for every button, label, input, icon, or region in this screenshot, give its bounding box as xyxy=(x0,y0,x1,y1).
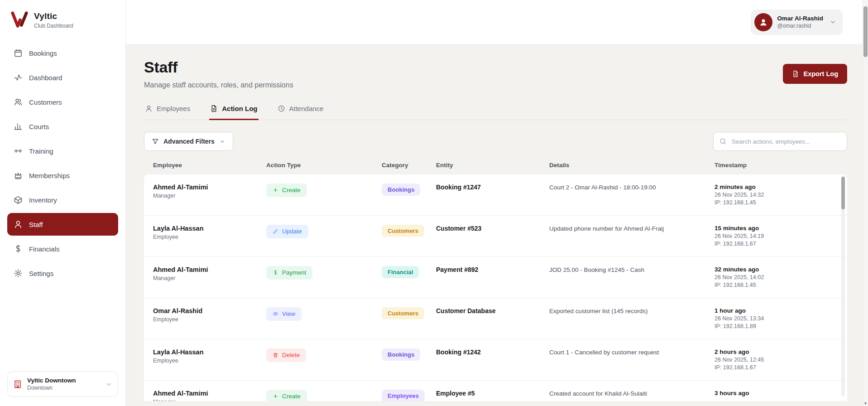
chevron-down-icon xyxy=(219,138,225,145)
table-scrollbar-thumb[interactable] xyxy=(841,177,845,209)
bar-chart-icon xyxy=(14,122,23,131)
table-header: EmployeeAction TypeCategoryEntityDetails… xyxy=(144,162,847,174)
export-log-button[interactable]: Export Log xyxy=(783,64,847,84)
location-name: Vyltic Downtown xyxy=(27,377,76,384)
window-scrollbar[interactable]: ▼ xyxy=(863,0,868,406)
sidebar-item-label: Financials xyxy=(29,245,60,253)
sidebar-item-dashboard[interactable]: Dashboard xyxy=(7,66,118,89)
column-header: Timestamp xyxy=(715,162,834,169)
users-icon xyxy=(14,97,23,106)
clock-icon xyxy=(278,105,285,112)
details-cell: Court 2 - Omar Al-Rashid - 18:00-19:00 xyxy=(549,174,715,215)
action-type-badge: Create xyxy=(266,184,307,197)
plus-icon xyxy=(273,393,278,399)
brand-tagline: Club Dashboard xyxy=(34,23,73,29)
table-row: Layla Al-HassanEmployeeUpdateCustomersCu… xyxy=(144,216,847,257)
sidebar-item-bookings[interactable]: Bookings xyxy=(7,42,118,64)
employee-role: Manager xyxy=(153,193,259,199)
tab-employees[interactable]: Employees xyxy=(144,100,191,120)
employee-name: Omar Al-Rashid xyxy=(153,307,259,314)
tab-label: Employees xyxy=(157,105,190,112)
action-type-label: Create xyxy=(282,187,301,193)
user-name: Omar Al-Rashid xyxy=(777,15,823,22)
document-icon xyxy=(210,105,218,112)
funnel-icon xyxy=(152,138,159,145)
timestamp-ip: IP: 192.168.1.45 xyxy=(715,282,827,288)
action-type-label: Update xyxy=(282,228,302,235)
table-scrollbar[interactable] xyxy=(841,176,845,396)
chevron-down-icon xyxy=(830,19,836,25)
sidebar-item-label: Customers xyxy=(29,98,62,106)
employee-role: Manager xyxy=(153,399,259,401)
sidebar-item-memberships[interactable]: Memberships xyxy=(7,164,118,187)
window-scrollbar-thumb[interactable] xyxy=(863,6,868,57)
tab-bar: EmployeesAction LogAttendance xyxy=(144,100,847,120)
timestamp-relative: 15 minutes ago xyxy=(715,225,827,232)
timestamp-ip: IP: 192.168.1.45 xyxy=(715,199,827,206)
sidebar-item-customers[interactable]: Customers xyxy=(7,91,118,113)
gear-icon xyxy=(14,269,23,278)
action-type-badge: Delete xyxy=(266,348,306,362)
plus-icon xyxy=(273,187,278,193)
details-cell: Created account for Khalid Al-Sulaiti xyxy=(549,381,715,401)
action-type-badge: Create xyxy=(266,390,307,401)
pencil-icon xyxy=(273,228,278,234)
brand-block: Vyltic Club Dashboard xyxy=(7,11,118,29)
sidebar-item-financials[interactable]: Financials xyxy=(7,237,118,260)
activity-icon xyxy=(14,73,23,82)
person-icon xyxy=(145,105,153,112)
eye-icon xyxy=(273,311,278,317)
column-header: Action Type xyxy=(266,162,382,169)
employee-name: Ahmed Al-Tamimi xyxy=(153,390,259,397)
chevron-down-icon xyxy=(105,381,112,388)
sidebar: Vyltic Club Dashboard BookingsDashboardC… xyxy=(0,0,126,406)
location-sublabel: Downtown xyxy=(27,385,76,391)
column-header: Employee xyxy=(153,162,266,169)
category-badge: Customers xyxy=(382,225,424,237)
entity-cell: Customer #523 xyxy=(436,216,549,256)
action-type-badge: Update xyxy=(266,225,308,238)
calendar-icon xyxy=(14,48,23,58)
page-subtitle: Manage staff accounts, roles, and permis… xyxy=(144,81,293,89)
table-row: Layla Al-HassanEmployeeDeleteBookingsBoo… xyxy=(144,339,847,381)
sidebar-item-staff[interactable]: Staff xyxy=(7,213,118,236)
scroll-down-arrow[interactable]: ▼ xyxy=(863,401,868,406)
search-input[interactable] xyxy=(713,132,847,151)
tab-attendance[interactable]: Attendance xyxy=(277,100,325,120)
entity-cell: Payment #892 xyxy=(436,257,549,298)
employee-role: Manager xyxy=(153,275,259,281)
sidebar-item-label: Training xyxy=(29,147,53,155)
box-icon xyxy=(14,195,23,204)
user-icon xyxy=(759,18,768,27)
action-log-table: EmployeeAction TypeCategoryEntityDetails… xyxy=(144,162,847,401)
action-type-label: View xyxy=(282,311,295,317)
sidebar-item-label: Courts xyxy=(29,123,49,130)
page-title: Staff xyxy=(144,58,293,76)
details-cell: Court 1 - Cancelled by customer request xyxy=(549,339,715,380)
timestamp-relative: 32 minutes ago xyxy=(715,266,827,273)
timestamp-relative: 2 minutes ago xyxy=(715,184,827,190)
user-menu[interactable]: Omar Al-Rashid @omar.rashid xyxy=(751,10,843,35)
action-type-label: Delete xyxy=(282,352,300,358)
tab-action-log[interactable]: Action Log xyxy=(209,100,258,120)
advanced-filters-button[interactable]: Advanced Filters xyxy=(144,132,233,151)
app-root: Vyltic Club Dashboard BookingsDashboardC… xyxy=(0,0,868,406)
sidebar-item-training[interactable]: Training xyxy=(7,140,118,162)
employee-role: Employee xyxy=(153,234,259,240)
avatar xyxy=(754,13,772,31)
sidebar-item-courts[interactable]: Courts xyxy=(7,115,118,138)
table-row: Ahmed Al-TamimiManagerPaymentFinancialPa… xyxy=(144,257,847,298)
category-badge: Customers xyxy=(382,307,424,319)
filters-toolbar: Advanced Filters xyxy=(144,132,847,151)
sidebar-item-settings[interactable]: Settings xyxy=(7,262,118,285)
sidebar-item-inventory[interactable]: Inventory xyxy=(7,188,118,211)
column-header: Details xyxy=(549,162,715,169)
entity-cell: Employee #5 xyxy=(436,381,549,401)
employee-name: Ahmed Al-Tamimi xyxy=(153,184,259,191)
location-switcher[interactable]: Vyltic Downtown Downtown xyxy=(7,371,118,397)
building-icon xyxy=(13,380,22,389)
action-type-label: Payment xyxy=(282,270,306,276)
category-badge: Bookings xyxy=(382,348,420,361)
timestamp-ip: IP: 192.168.1.89 xyxy=(715,323,827,329)
export-log-label: Export Log xyxy=(803,70,838,77)
